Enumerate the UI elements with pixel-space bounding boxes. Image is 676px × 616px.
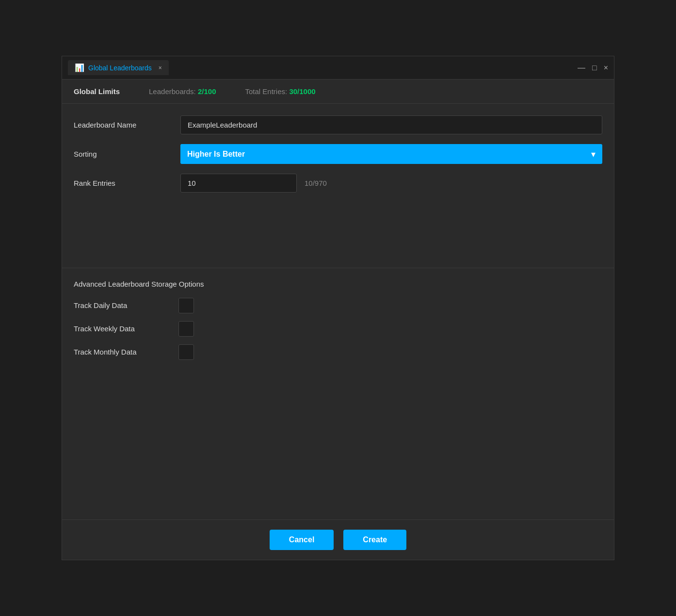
total-entries-info: Total Entries: 30/1000 — [245, 87, 315, 96]
app-icon: 📊 — [75, 63, 84, 72]
rank-entries-label: Rank Entries — [74, 179, 180, 187]
leaderboard-name-input[interactable] — [180, 115, 602, 134]
sorting-label: Sorting — [74, 150, 180, 158]
main-window: 📊 Global Leaderboards × — □ × Global Lim… — [62, 56, 614, 560]
global-limits-bar: Global Limits Leaderboards: 2/100 Total … — [62, 80, 614, 104]
leaderboards-value: 2/100 — [198, 87, 216, 96]
advanced-section: Advanced Leaderboard Storage Options Tra… — [62, 268, 614, 379]
leaderboards-info: Leaderboards: 2/100 — [149, 87, 216, 96]
minimize-button[interactable]: — — [578, 64, 585, 72]
total-entries-value: 30/1000 — [289, 87, 315, 96]
track-weekly-label: Track Weekly Data — [74, 324, 171, 333]
track-weekly-checkbox[interactable] — [178, 321, 194, 337]
rank-entries-row: Rank Entries 10/970 — [74, 174, 602, 193]
global-limits-label: Global Limits — [74, 87, 120, 96]
total-entries-label: Total Entries: — [245, 87, 287, 96]
track-daily-label: Track Daily Data — [74, 301, 171, 309]
close-button[interactable]: × — [604, 64, 608, 72]
form-area: Leaderboard Name Sorting Higher Is Bette… — [62, 104, 614, 268]
sorting-select[interactable]: Higher Is Better Lower Is Better — [180, 144, 602, 164]
advanced-section-title: Advanced Leaderboard Storage Options — [74, 280, 602, 288]
track-daily-checkbox[interactable] — [178, 298, 194, 313]
tab-close-button[interactable]: × — [159, 65, 162, 71]
leaderboards-info-label: Leaderboards: — [149, 87, 196, 96]
leaderboard-name-label: Leaderboard Name — [74, 121, 180, 129]
track-monthly-label: Track Monthly Data — [74, 348, 171, 356]
rank-limit-text: 10/970 — [305, 179, 327, 187]
sorting-select-wrapper: Higher Is Better Lower Is Better ▾ — [180, 144, 602, 164]
titlebar: 📊 Global Leaderboards × — □ × — [62, 56, 614, 80]
rank-entries-input[interactable] — [180, 174, 297, 193]
window-controls: — □ × — [578, 64, 608, 72]
leaderboard-name-row: Leaderboard Name — [74, 115, 602, 134]
titlebar-tab: 📊 Global Leaderboards × — [68, 60, 169, 75]
maximize-button[interactable]: □ — [592, 64, 597, 72]
track-daily-row: Track Daily Data — [74, 298, 602, 313]
cancel-button[interactable]: Cancel — [270, 530, 334, 550]
create-button[interactable]: Create — [343, 530, 406, 550]
track-weekly-row: Track Weekly Data — [74, 321, 602, 337]
track-monthly-row: Track Monthly Data — [74, 344, 602, 360]
tab-title: Global Leaderboards — [88, 64, 152, 72]
sorting-row: Sorting Higher Is Better Lower Is Better… — [74, 144, 602, 164]
footer-area: Cancel Create — [62, 519, 614, 560]
track-monthly-checkbox[interactable] — [178, 344, 194, 360]
rank-input-wrapper: 10/970 — [180, 174, 602, 193]
